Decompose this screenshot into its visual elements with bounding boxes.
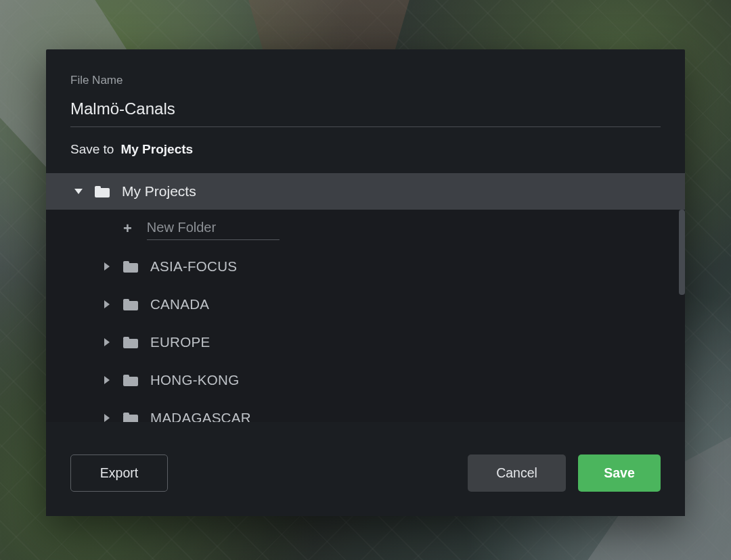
new-folder-input[interactable]	[147, 218, 280, 240]
save-dialog: File Name Save to My Projects My Project…	[46, 49, 685, 516]
dialog-footer: Export Cancel Save	[46, 429, 685, 516]
folder-icon	[95, 186, 110, 197]
save-button[interactable]: Save	[578, 454, 661, 492]
tree-root-label: My Projects	[122, 183, 196, 200]
tree-folder-label: CANADA	[150, 296, 209, 312]
folder-icon	[123, 413, 138, 423]
folder-tree: My Projects + ASIA-FOCUS CANADA EUROPE	[46, 173, 685, 429]
caret-right-icon	[104, 376, 110, 384]
tree-folder-label: HONG-KONG	[150, 372, 239, 388]
file-name-label: File Name	[70, 74, 661, 87]
cancel-button[interactable]: Cancel	[468, 454, 566, 492]
tree-folder-label: MADAGASCAR	[150, 410, 251, 422]
save-to-target: My Projects	[120, 142, 193, 157]
tree-folder[interactable]: MADAGASCAR	[46, 399, 685, 422]
caret-right-icon	[104, 262, 110, 271]
caret-right-icon	[104, 300, 110, 308]
tree-children[interactable]: + ASIA-FOCUS CANADA EUROPE	[46, 210, 685, 422]
caret-right-icon	[104, 414, 110, 422]
tree-root[interactable]: My Projects	[46, 173, 685, 210]
tree-folder[interactable]: ASIA-FOCUS	[46, 248, 685, 285]
tree-folder-label: ASIA-FOCUS	[150, 258, 237, 275]
tree-folder[interactable]: CANADA	[46, 285, 685, 323]
plus-icon: +	[123, 221, 132, 236]
dialog-header: File Name Save to My Projects	[46, 49, 685, 173]
save-to-row: Save to My Projects	[70, 142, 661, 157]
caret-down-icon	[74, 189, 83, 194]
folder-icon	[123, 299, 138, 310]
tree-folder[interactable]: HONG-KONG	[46, 361, 685, 399]
folder-icon	[123, 375, 138, 386]
scrollbar-thumb[interactable]	[679, 210, 685, 295]
folder-icon	[123, 261, 138, 273]
tree-folder[interactable]: EUROPE	[46, 323, 685, 361]
save-to-label: Save to	[70, 142, 114, 157]
export-button[interactable]: Export	[70, 454, 168, 492]
file-name-input[interactable]	[70, 93, 661, 127]
caret-right-icon	[104, 338, 110, 346]
tree-folder-label: EUROPE	[150, 334, 210, 350]
folder-icon	[123, 337, 138, 348]
new-folder-row[interactable]: +	[46, 210, 685, 248]
